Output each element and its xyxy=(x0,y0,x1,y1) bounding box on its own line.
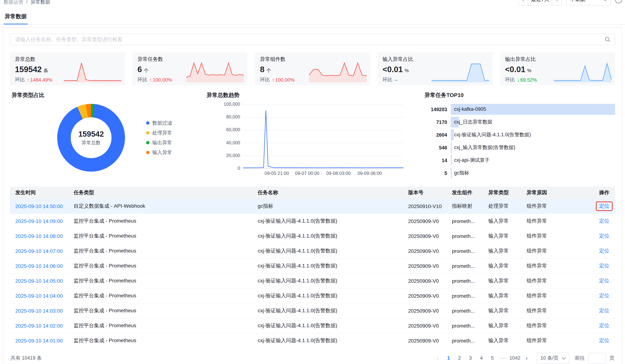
top10-row[interactable]: 546cxj_输入异常数据(告警数据) xyxy=(425,142,615,153)
table-row[interactable]: 2025-09-10 14:50:00自定义数据集成 - API-Webhook… xyxy=(10,199,615,214)
top10-row[interactable]: 7170cxj_日志异常数据 xyxy=(425,117,615,127)
breadcrumb-item-data-operation[interactable]: 数据运营 xyxy=(4,0,23,5)
x-axis-label: 09-05 21:00 xyxy=(260,171,293,176)
refresh-interval-select[interactable]: 不刷新 xyxy=(566,0,611,5)
top10-row[interactable]: 149203cxj-kafka-0905 xyxy=(425,104,615,115)
locate-link[interactable]: 定位 xyxy=(599,233,609,239)
time-link[interactable]: 2025-09-10 14:06:00 xyxy=(15,263,63,269)
cell-time: 2025-09-10 14:02:00 xyxy=(15,323,74,329)
legend-item[interactable]: 输入异常 xyxy=(146,149,172,156)
cell-abnormal-type: 输入异常 xyxy=(488,263,527,269)
range-label[interactable]: 最近7天 xyxy=(528,0,552,5)
stat-value-unit: % xyxy=(405,68,409,73)
locate-link[interactable]: 定位 xyxy=(599,293,609,298)
table-row[interactable]: 2025-09-10 14:04:00监控平台集成 - Prometheuscx… xyxy=(10,289,615,303)
y-axis-label: 40,000 xyxy=(219,140,240,145)
cell-action: 定位 xyxy=(585,248,615,254)
search-icon[interactable] xyxy=(605,36,610,42)
y-axis-label: 80,000 xyxy=(219,114,240,120)
legend-item[interactable]: 处理异常 xyxy=(146,129,172,136)
time-link[interactable]: 2025-09-10 14:09:00 xyxy=(15,218,63,224)
pagination-next-icon[interactable]: › xyxy=(522,355,531,362)
cell-task-type: 监控平台集成 - Prometheus xyxy=(74,233,258,239)
locate-link[interactable]: 定位 xyxy=(599,203,609,209)
top10-row[interactable]: 2604cxj-验证输入问题-4.1.1.0(告警数据) xyxy=(425,129,615,140)
locate-link[interactable]: 定位 xyxy=(599,218,609,224)
table-row[interactable]: 2025-09-10 14:03:00监控平台集成 - Prometheuscx… xyxy=(10,303,615,318)
time-link[interactable]: 2025-09-10 14:01:00 xyxy=(15,338,63,344)
pagination-page-4[interactable]: 4 xyxy=(477,353,486,363)
locate-link[interactable]: 定位 xyxy=(599,248,609,254)
top10-label: gc指标 xyxy=(454,168,469,179)
refresh-icon[interactable] xyxy=(615,0,622,3)
locate-link[interactable]: 定位 xyxy=(599,337,609,343)
locate-link[interactable]: 定位 xyxy=(599,263,609,269)
table-row[interactable]: 2025-09-10 14:08:00监控平台集成 - Prometheuscx… xyxy=(10,229,615,244)
stat-trend-value: 100.00% xyxy=(275,77,295,83)
table-row[interactable]: 2025-09-10 14:02:00监控平台集成 - Prometheuscx… xyxy=(10,318,615,334)
locate-link[interactable]: 定位 xyxy=(599,322,609,328)
time-link[interactable]: 2025-09-10 14:04:00 xyxy=(15,293,63,299)
range-prev-button[interactable]: ‹ xyxy=(519,0,528,5)
top10-row[interactable]: 14cxj-api-测试算子 xyxy=(425,155,615,166)
time-link[interactable]: 2025-09-10 14:08:00 xyxy=(15,233,63,239)
cell-version: 20250909-V0 xyxy=(408,323,452,329)
pagination-ellipsis: ··· xyxy=(499,353,508,363)
cell-task-name: cxj-验证输入问题-4.1.1.0(告警数据) xyxy=(258,278,408,284)
cell-task-type: 自定义数据集成 - API-Webhook xyxy=(74,203,258,210)
top10-bar-track: cxj_日志异常数据 xyxy=(451,117,615,127)
sparkline-chart xyxy=(64,61,121,82)
search-input[interactable] xyxy=(15,36,602,43)
legend-item[interactable]: 输出异常 xyxy=(146,139,172,146)
locate-link[interactable]: 定位 xyxy=(599,278,609,283)
table-row[interactable]: 2025-09-10 14:07:00监控平台集成 - Prometheuscx… xyxy=(10,244,615,259)
breadcrumb-item-current: 异常数据 xyxy=(31,0,50,5)
table-row[interactable]: 2025-09-10 14:01:00监控平台集成 - Prometheuscx… xyxy=(10,334,615,348)
time-link[interactable]: 2025-09-10 14:07:00 xyxy=(15,248,63,254)
pagination-page-1[interactable]: 1 xyxy=(444,353,453,363)
range-next-button[interactable]: › xyxy=(552,0,562,5)
sparkline-chart xyxy=(309,61,366,82)
table-row[interactable]: 2025-09-10 14:06:00监控平台集成 - Prometheuscx… xyxy=(10,259,615,274)
cell-task-name: cxj-验证输入问题-4.1.1.0(告警数据) xyxy=(258,218,408,224)
cell-task-name: cxj-验证输入问题-4.1.1.0(告警数据) xyxy=(258,263,408,269)
table-row[interactable]: 2025-09-10 14:09:00监控平台集成 - Prometheuscx… xyxy=(10,214,615,229)
column-header: 操作 xyxy=(585,189,615,196)
pagination-prev-icon[interactable]: ‹ xyxy=(433,355,442,362)
legend-dot-icon xyxy=(146,141,149,144)
top10-value: 14 xyxy=(425,158,447,163)
stat-trend-value: 1484.49% xyxy=(30,77,53,83)
top10-label: cxj-kafka-0905 xyxy=(454,104,486,115)
top-controls: ‹ 最近7天 › 不刷新 xyxy=(518,0,622,5)
cell-task-name: cxj-验证输入问题-4.1.1.0(告警数据) xyxy=(258,233,408,239)
goto-page-input[interactable] xyxy=(588,353,606,364)
pagination-page-1042[interactable]: 1042 xyxy=(509,353,520,363)
cell-abnormal-type: 输入异常 xyxy=(488,293,527,299)
table-row[interactable]: 2025-09-10 14:05:00监控平台集成 - Prometheuscx… xyxy=(10,274,615,289)
cell-version: 20250910-V10 xyxy=(408,203,452,209)
pagination-page-5[interactable]: 5 xyxy=(488,353,497,363)
time-link[interactable]: 2025-09-10 14:02:00 xyxy=(15,323,63,329)
top-bar: 数据运营 / 异常数据 ‹ 最近7天 › 不刷新 xyxy=(0,0,625,9)
cell-version: 20250909-V0 xyxy=(408,338,452,344)
cell-version: 20250909-V0 xyxy=(408,278,452,284)
page-size-select[interactable]: 10 条/页 xyxy=(536,353,569,364)
cell-version: 20250909-V0 xyxy=(408,293,452,299)
top10-row[interactable]: 5gc指标 xyxy=(425,168,615,179)
top10-section: 异常任务TOP10 149203cxj-kafka-09057170cxj_日志… xyxy=(425,92,615,182)
locate-link[interactable]: 定位 xyxy=(599,307,609,313)
stat-value-number: 6 xyxy=(137,65,142,74)
time-link[interactable]: 2025-09-10 14:05:00 xyxy=(15,278,63,284)
pagination-page-3[interactable]: 3 xyxy=(466,353,475,363)
cell-reason: 组件异常 xyxy=(527,337,585,344)
time-link[interactable]: 2025-09-10 14:50:00 xyxy=(15,203,63,209)
legend-item[interactable]: 数据过滤 xyxy=(146,120,172,126)
trend-title: 异常总数趋势 xyxy=(207,92,412,99)
tab-abnormal-data[interactable]: 异常数据 xyxy=(4,13,28,24)
cell-component: prometh... xyxy=(452,248,488,254)
donut-chart[interactable]: 159542 异常总数 xyxy=(57,104,125,172)
trend-chart[interactable]: 100,00080,00060,00040,00020,000009-05 21… xyxy=(243,105,404,169)
stat-card: 异常组件数8个环比↑100.00% xyxy=(255,53,370,85)
time-link[interactable]: 2025-09-10 14:03:00 xyxy=(15,308,63,314)
pagination-page-2[interactable]: 2 xyxy=(455,353,464,363)
